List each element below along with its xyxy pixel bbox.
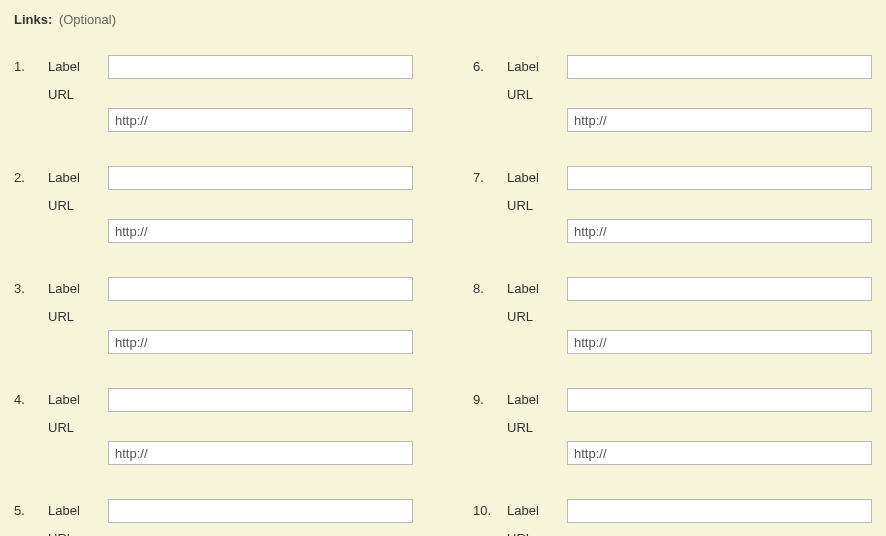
link-url-input[interactable] (567, 219, 872, 243)
links-column-left: 1. Label URL 2. Label URL 3. Label URL 4… (14, 55, 413, 536)
link-label-input[interactable] (567, 499, 872, 523)
link-index: 9. (473, 388, 507, 412)
link-url-text: URL (48, 418, 108, 435)
link-label-input[interactable] (108, 499, 413, 523)
links-column-right: 6. Label URL 7. Label URL 8. Label URL 9… (473, 55, 872, 536)
link-url-input[interactable] (567, 330, 872, 354)
link-row: 6. Label URL (473, 55, 872, 132)
link-label-text: Label (48, 166, 108, 190)
link-index: 10. (473, 499, 507, 523)
link-row: 10. Label URL (473, 499, 872, 536)
link-index: 4. (14, 388, 48, 412)
links-columns: 1. Label URL 2. Label URL 3. Label URL 4… (14, 55, 872, 536)
link-url-input[interactable] (108, 441, 413, 465)
link-label-input[interactable] (108, 55, 413, 79)
link-label-input[interactable] (567, 166, 872, 190)
link-label-input[interactable] (108, 277, 413, 301)
link-index: 1. (14, 55, 48, 79)
link-url-text: URL (48, 85, 108, 102)
link-index: 5. (14, 499, 48, 523)
link-label-text: Label (507, 388, 567, 412)
link-row: 9. Label URL (473, 388, 872, 465)
link-label-input[interactable] (108, 166, 413, 190)
link-label-text: Label (507, 166, 567, 190)
link-row: 2. Label URL (14, 166, 413, 243)
link-url-input[interactable] (567, 441, 872, 465)
link-index: 7. (473, 166, 507, 190)
link-label-text: Label (48, 55, 108, 79)
link-index: 3. (14, 277, 48, 301)
link-url-text: URL (48, 529, 108, 536)
link-label-input[interactable] (567, 55, 872, 79)
link-url-text: URL (507, 85, 567, 102)
link-url-text: URL (48, 196, 108, 213)
link-label-input[interactable] (567, 388, 872, 412)
section-title: Links: (14, 12, 52, 27)
link-url-text: URL (48, 307, 108, 324)
section-note: (Optional) (59, 12, 116, 27)
link-row: 4. Label URL (14, 388, 413, 465)
link-index: 2. (14, 166, 48, 190)
link-row: 5. Label URL (14, 499, 413, 536)
link-row: 8. Label URL (473, 277, 872, 354)
link-index: 6. (473, 55, 507, 79)
link-url-text: URL (507, 418, 567, 435)
link-index: 8. (473, 277, 507, 301)
link-url-input[interactable] (108, 219, 413, 243)
link-label-text: Label (48, 388, 108, 412)
link-url-text: URL (507, 196, 567, 213)
link-row: 1. Label URL (14, 55, 413, 132)
link-url-input[interactable] (108, 108, 413, 132)
link-row: 3. Label URL (14, 277, 413, 354)
link-url-text: URL (507, 529, 567, 536)
link-label-text: Label (48, 277, 108, 301)
link-url-text: URL (507, 307, 567, 324)
link-label-input[interactable] (108, 388, 413, 412)
link-label-text: Label (48, 499, 108, 523)
link-url-input[interactable] (108, 330, 413, 354)
link-label-input[interactable] (567, 277, 872, 301)
link-row: 7. Label URL (473, 166, 872, 243)
link-label-text: Label (507, 55, 567, 79)
link-label-text: Label (507, 277, 567, 301)
link-label-text: Label (507, 499, 567, 523)
link-url-input[interactable] (567, 108, 872, 132)
section-header: Links: (Optional) (14, 12, 872, 27)
